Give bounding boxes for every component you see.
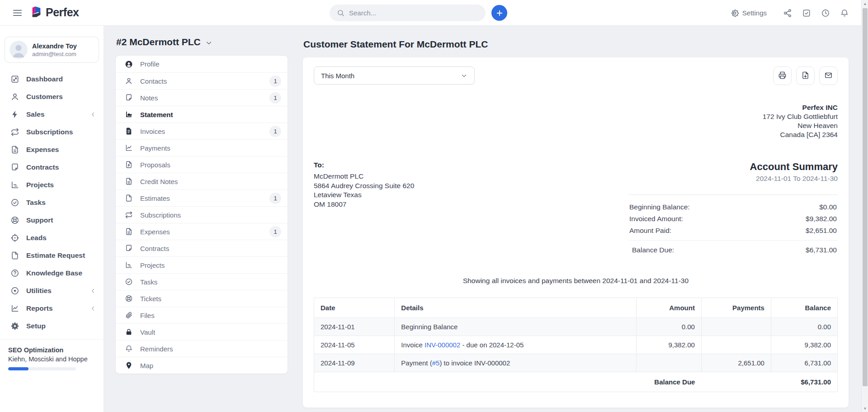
sidebar-item-support[interactable]: Support (0, 211, 104, 229)
chevron-down-icon[interactable] (205, 39, 212, 47)
panel-item-label: Payments (140, 144, 281, 152)
period-select[interactable]: This Month (314, 66, 475, 85)
panel-item-label: Estimates (140, 194, 269, 202)
count-badge: 1 (269, 126, 281, 137)
quick-add-button[interactable] (491, 5, 507, 21)
scrollbar-up-arrow[interactable]: ▲ (862, 0, 868, 7)
scrollbar-thumb[interactable] (863, 8, 868, 386)
sidebar-item-utilities[interactable]: Utilities (0, 282, 104, 299)
chevron-left-icon (90, 305, 96, 312)
panel-item-files[interactable]: Files (116, 307, 288, 323)
project-progress-widget[interactable]: SEO Optimization Kiehn, Mosciski and Hop… (0, 340, 104, 370)
panel-item-notes[interactable]: Notes1 (116, 89, 288, 106)
note-icon (125, 244, 133, 252)
sidebar-item-label: Dashboard (26, 75, 96, 83)
email-button[interactable] (819, 66, 838, 85)
todo-check-icon[interactable] (802, 9, 811, 18)
cell-amount: 9,382.00 (637, 336, 702, 354)
panel-item-label: Map (140, 362, 281, 369)
panel-item-projects[interactable]: Projects (116, 256, 288, 273)
cell-details: Beginning Balance (395, 318, 637, 336)
search-input[interactable] (349, 9, 478, 17)
left-sidebar: Alexandre Toy admin@test.com DashboardCu… (0, 26, 104, 412)
panel-item-estimates[interactable]: Estimates1 (116, 189, 288, 206)
details-link[interactable]: #5 (432, 359, 440, 367)
project-progress-fill (8, 367, 28, 370)
panel-item-vault[interactable]: Vault (116, 323, 288, 340)
project-widget-title: SEO Optimization (8, 346, 95, 355)
person-icon (125, 77, 133, 85)
panel-item-label: Contacts (140, 77, 269, 85)
chevron-left-icon (90, 288, 96, 294)
panel-item-map[interactable]: Map (116, 357, 288, 374)
user-email: admin@test.com (32, 50, 77, 58)
company-address-line: 172 Ivy Club Gottliebfurt (314, 112, 838, 121)
cell-amount: 0.00 (637, 318, 702, 336)
table-header-date: Date (314, 298, 395, 318)
bell-icon[interactable] (840, 9, 849, 18)
sidebar-item-label: Knowledge Base (26, 269, 96, 277)
share-icon[interactable] (783, 9, 792, 18)
summary-value: $0.00 (819, 203, 837, 211)
sidebar-item-label: Reports (26, 304, 90, 313)
panel-item-expenses[interactable]: Expenses1 (116, 223, 288, 240)
user-profile-card[interactable]: Alexandre Toy admin@test.com (5, 37, 99, 63)
sidebar-item-reports[interactable]: Reports (0, 299, 104, 317)
customer-title-row: #2 McDermott PLC (115, 37, 288, 47)
panel-item-tasks[interactable]: Tasks (116, 273, 288, 290)
statement-toolbar (773, 66, 838, 85)
settings-button[interactable]: Settings (730, 9, 767, 18)
sidebar-item-subscriptions[interactable]: Subscriptions (0, 123, 104, 141)
panel-item-subscriptions[interactable]: Subscriptions (116, 206, 288, 223)
table-header-row: DateDetailsAmountPaymentsBalance (314, 298, 838, 318)
project-widget-subtitle: Kiehn, Mosciski and Hoppe (8, 355, 95, 364)
table-row: 2024-11-05Invoice INV-000002 - due on 20… (314, 336, 838, 354)
cell-details: Payment (#5) to invoice INV-000002 (395, 354, 637, 372)
sidebar-item-label: Expenses (26, 146, 96, 154)
cell-date: 2024-11-09 (314, 354, 395, 372)
panel-item-invoices[interactable]: Invoices1 (116, 123, 288, 139)
sidebar-item-contracts[interactable]: Contracts (0, 158, 104, 176)
panel-item-contacts[interactable]: Contacts1 (116, 72, 288, 89)
company-address-block: Perfex INC 172 Ivy Club Gottliebfurt New… (314, 103, 838, 139)
panel-item-statement[interactable]: Statement (116, 106, 288, 123)
details-text: Beginning Balance (401, 323, 458, 331)
cell-balance: 9,382.00 (771, 336, 837, 354)
bell-icon (125, 345, 133, 353)
sidebar-item-knowledge-base[interactable]: Knowledge Base (0, 264, 104, 282)
sidebar-item-dashboard[interactable]: Dashboard (0, 70, 104, 88)
panel-item-credit-notes[interactable]: Credit Notes (116, 173, 288, 189)
panel-item-label: Profile (140, 60, 281, 68)
brand-logo[interactable]: Perfex (31, 5, 79, 19)
file-text-icon (10, 145, 19, 154)
panel-item-contracts[interactable]: Contracts (116, 240, 288, 256)
panel-item-label: Invoices (140, 128, 269, 135)
sidebar-item-sales[interactable]: Sales (0, 105, 104, 123)
panel-item-payments[interactable]: Payments (116, 139, 288, 156)
panel-item-tickets[interactable]: Tickets (116, 290, 288, 307)
sidebar-item-tasks[interactable]: Tasks (0, 194, 104, 211)
project-progress-bar (8, 367, 76, 370)
panel-item-label: Tasks (140, 278, 281, 286)
sidebar-item-estimate-request[interactable]: Estimate Request (0, 246, 104, 264)
sidebar-item-setup[interactable]: Setup (0, 317, 104, 335)
details-link[interactable]: INV-000002 (425, 341, 460, 349)
panel-item-profile[interactable]: Profile (116, 56, 288, 72)
clock-icon[interactable] (821, 9, 830, 18)
hamburger-menu-icon[interactable] (12, 8, 23, 18)
panel-item-reminders[interactable]: Reminders (116, 340, 288, 357)
scrollbar-down-arrow[interactable]: ▼ (862, 405, 868, 412)
sidebar-item-leads[interactable]: Leads (0, 229, 104, 246)
sidebar-item-projects[interactable]: Projects (0, 176, 104, 194)
sidebar-item-label: Contracts (26, 163, 96, 171)
panel-item-proposals[interactable]: Proposals (116, 156, 288, 173)
count-badge: 1 (269, 92, 281, 104)
panel-item-label: Notes (140, 94, 269, 102)
pdf-export-button[interactable] (796, 66, 815, 85)
sidebar-item-customers[interactable]: Customers (0, 88, 104, 105)
global-search (330, 5, 486, 21)
print-button[interactable] (773, 66, 792, 85)
sidebar-item-expenses[interactable]: Expenses (0, 141, 104, 158)
projects-icon (125, 261, 133, 269)
main-content: Customer Statement For McDermott PLC Thi… (302, 39, 849, 408)
